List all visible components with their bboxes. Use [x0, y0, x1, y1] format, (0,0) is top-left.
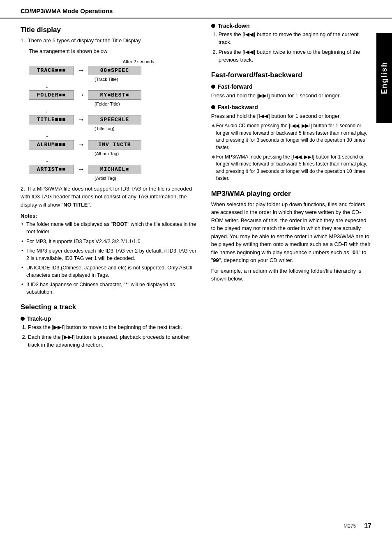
lcd-folder: FOLDER■■: [29, 90, 74, 100]
bullet-track-down: [211, 24, 215, 28]
track-down-item-1: Press the [I◀◀] button to move the begin…: [219, 31, 371, 46]
selecting-track-heading: Selecting a track: [21, 303, 199, 311]
fast-forward-label: Fast-forward: [218, 83, 253, 90]
arrow-right-5: →: [77, 165, 85, 174]
diagram-row-1: TRACK■■■ → 08■SPEEC (Track Title) ↓: [29, 66, 199, 90]
no-title-bold: NO TITLE: [63, 202, 88, 208]
track-up-list: Press the [▶▶I] button to move to the be…: [21, 324, 199, 349]
arrow-right-2: →: [77, 91, 85, 99]
fast-note-1: For Audio CD mode pressing the [I◀◀, ▶▶I…: [211, 122, 371, 151]
arrow-down-1: ↓: [45, 82, 199, 90]
track-down-heading: Track-down: [211, 23, 371, 29]
note-4: UNICODE ID3 (Chinese, Japanese and etc) …: [21, 264, 199, 279]
side-tab: English: [376, 33, 392, 123]
title-display-section: Title display 1. There are 5 types of di…: [21, 26, 199, 296]
mp3-playing-order-heading: MP3/WMA playing order: [211, 190, 371, 198]
track-up-item-2: Each time the [▶▶I] button is pressed, p…: [28, 333, 199, 349]
fast-forward-section: Fast-forward/fast-backward Fast-forward …: [211, 71, 371, 182]
lcd-track-result: 08■SPEEC: [88, 66, 141, 75]
after-label: After 2 seconds: [78, 59, 199, 64]
bullet-fast-forward: [211, 85, 215, 89]
diagram-row-4: ALBUM■■■ → INV INCTB (Album Tag) ↓: [29, 140, 199, 164]
mp3-playing-order-section: MP3/WMA playing order When selected for …: [211, 190, 371, 283]
track-down-section: Track-down Press the [I◀◀] button to mov…: [211, 23, 371, 64]
display-diagram: After 2 seconds TRACK■■■ → 08■SPEEC (Tra…: [29, 59, 199, 181]
lcd-folder-result: MY■BEST■: [88, 90, 141, 100]
arrow-right-4: →: [77, 140, 85, 149]
track-up-label: Track-up: [27, 315, 51, 322]
num-01-bold: 01: [353, 249, 358, 255]
caption-3: (Title Tag): [95, 126, 199, 131]
caption-5: (Artist Tag): [95, 176, 199, 181]
note-3: The MP3 player decodes each file ID3 TAG…: [21, 247, 199, 262]
note-2: For MP3, it supports ID3 Tags V2.4/2.3/2…: [21, 238, 199, 245]
lcd-album: ALBUM■■■: [29, 140, 74, 149]
bullet-track-up: [21, 317, 25, 321]
lcd-title: TITLE■■■: [29, 115, 74, 124]
right-column: Track-down Press the [I◀◀] button to mov…: [207, 18, 371, 352]
track-down-list: Press the [I◀◀] button to move the begin…: [211, 31, 371, 64]
arrow-down-2: ↓: [45, 106, 199, 114]
title-display-heading: Title display: [21, 26, 199, 34]
bullet-fast-backward: [211, 105, 215, 109]
num-99-bold: 99: [213, 257, 219, 263]
caption-2: (Folder Title): [95, 101, 199, 106]
diagram-row-2: FOLDER■■ → MY■BEST■ (Folder Title) ↓: [29, 90, 199, 114]
track-down-label: Track-down: [218, 23, 250, 29]
track-up-item-1: Press the [▶▶I] button to move to the be…: [28, 324, 199, 331]
title-display-sub: The arrangement is shown below.: [29, 47, 199, 55]
page-number: 17: [364, 522, 371, 530]
arrow-right-1: →: [77, 66, 85, 75]
left-column: Title display 1. There are 5 types of di…: [21, 18, 207, 352]
lcd-track: TRACK■■■: [29, 66, 74, 75]
fast-forward-sub-heading: Fast-forward: [211, 83, 371, 90]
mp3-playing-order-p1: When selected for play folder up down fu…: [211, 200, 371, 264]
selecting-track-section: Selecting a track Track-up Press the [▶▶…: [21, 303, 199, 349]
root-bold: ROOT: [113, 221, 127, 227]
caption-1: (Track Title): [95, 77, 199, 82]
lcd-title-result: SPEECHLE: [88, 115, 141, 124]
page-code: M275: [344, 523, 356, 529]
arrow-down-3: ↓: [45, 131, 199, 139]
notes-title: Notes:: [21, 213, 199, 219]
fast-note-2: For MP3/WMA mode pressing the [I◀◀, ▶▶I]…: [211, 154, 371, 182]
fast-backward-label: Fast-backward: [218, 104, 258, 110]
fast-backward-sub-heading: Fast-backward: [211, 104, 371, 110]
mp3-playing-order-p2: For example, a medium with the following…: [211, 267, 371, 283]
title-display-intro: 1. There are 5 types of display for the …: [21, 37, 199, 45]
lcd-artist-result: MICHAEL■: [88, 165, 141, 174]
page-header: CD/MP3/WMA Mode Operations: [0, 0, 392, 18]
diagram-row-3: TITLE■■■ → SPEECHLE (Title Tag) ↓: [29, 115, 199, 139]
fast-forward-heading: Fast-forward/fast-backward: [211, 71, 371, 79]
arrow-down-4: ↓: [45, 156, 199, 164]
title-display-item2: 2. If a MP3/WMA file does not support fo…: [21, 185, 199, 209]
note-5: If ID3 has Japanese or Chinese character…: [21, 281, 199, 296]
lcd-artist: ARTIST■■: [29, 165, 74, 174]
fast-backward-text: Press and hold the [I◀◀] button for 1 se…: [211, 112, 371, 120]
fast-forward-text: Press and hold the [▶▶I] button for 1 se…: [211, 92, 371, 100]
notes-list: The folder name will be displayed as "RO…: [21, 221, 199, 296]
content-area: Title display 1. There are 5 types of di…: [0, 18, 392, 360]
note-1: The folder name will be displayed as "RO…: [21, 221, 199, 235]
track-up-heading: Track-up: [21, 315, 199, 322]
side-tab-text: English: [380, 62, 389, 94]
header-title: CD/MP3/WMA Mode Operations: [21, 7, 113, 14]
page-container: English CD/MP3/WMA Mode Operations Title…: [0, 0, 392, 538]
arrow-right-3: →: [77, 115, 85, 124]
caption-4: (Album Tag): [95, 151, 199, 156]
track-down-item-2: Press the [I◀◀] button twice to move to …: [219, 48, 371, 64]
lcd-album-result: INV INCTB: [88, 140, 141, 149]
page-footer: M275 17: [21, 522, 371, 530]
diagram-row-5: ARTIST■■ → MICHAEL■ (Artist Tag): [29, 165, 199, 181]
